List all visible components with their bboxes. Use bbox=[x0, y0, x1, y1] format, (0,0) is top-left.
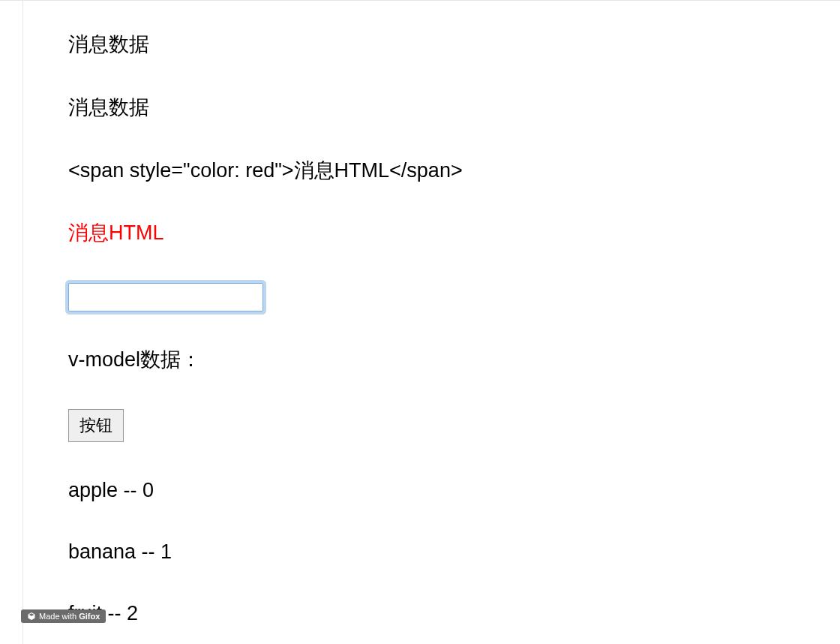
message-line-2: 消息数据 bbox=[68, 94, 840, 122]
list-item-sep: -- bbox=[136, 540, 160, 563]
vmodel-input[interactable] bbox=[68, 283, 263, 311]
watermark-prefix: Made with bbox=[39, 612, 79, 621]
watermark-text: Made with Gifox bbox=[39, 612, 100, 621]
list-item-index: 1 bbox=[160, 540, 172, 563]
input-row bbox=[68, 282, 840, 311]
list-item: fruit -- 2 bbox=[68, 600, 840, 628]
list-item: banana -- 1 bbox=[68, 538, 840, 567]
button-row: 按钮 bbox=[68, 409, 840, 442]
gifox-watermark: Made with Gifox bbox=[21, 609, 106, 623]
action-button[interactable]: 按钮 bbox=[68, 409, 124, 442]
message-html-rendered-text: 消息HTML bbox=[68, 221, 164, 244]
list-item-index: 2 bbox=[127, 602, 138, 624]
message-html-rendered: 消息HTML bbox=[68, 219, 840, 248]
message-line-1: 消息数据 bbox=[68, 31, 840, 59]
content-region: 消息数据 消息数据 <span style="color: red">消息HTM… bbox=[46, 31, 840, 627]
list-item-sep: -- bbox=[118, 479, 142, 501]
gifox-icon bbox=[27, 612, 36, 621]
list-item: apple -- 0 bbox=[68, 477, 840, 505]
page-container: 消息数据 消息数据 <span style="color: red">消息HTM… bbox=[22, 1, 840, 644]
list-item-index: 0 bbox=[142, 479, 154, 501]
watermark-brand: Gifox bbox=[79, 612, 100, 621]
list-item-name: apple bbox=[68, 479, 118, 501]
message-html-raw: <span style="color: red">消息HTML</span> bbox=[68, 157, 840, 185]
vmodel-label: v-model数据： bbox=[68, 346, 840, 375]
list-item-name: banana bbox=[68, 540, 136, 563]
